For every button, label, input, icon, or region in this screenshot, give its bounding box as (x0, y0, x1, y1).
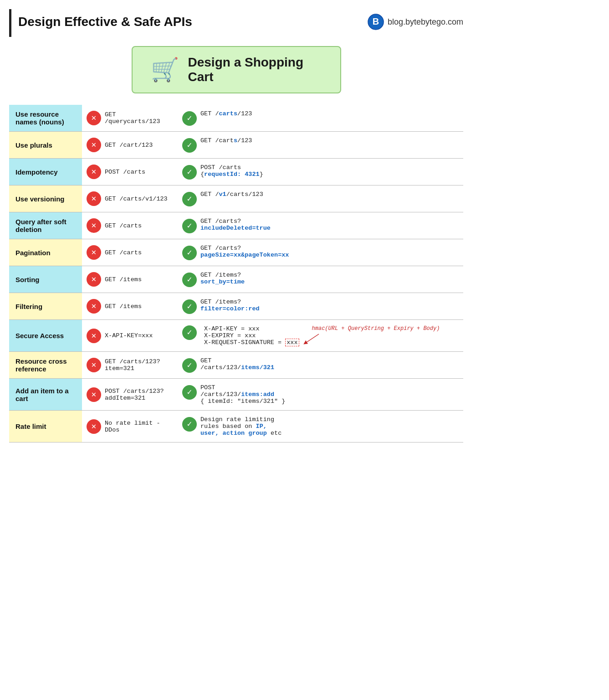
good-cell-query-soft-deletion: ✓GET /carts?includeDeleted=true (178, 212, 463, 239)
label-cell-use-versioning: Use versioning (9, 185, 82, 212)
cart-icon: 🛒 (151, 57, 179, 83)
good-text: GET /carts?pageSize=xx&pageToken=xx (200, 245, 289, 258)
bad-text: GET /items (105, 303, 142, 310)
bad-icon: ✕ (87, 329, 101, 343)
bad-cell-rate-limit: ✕No rate limit -DDos (82, 411, 178, 443)
bad-text: GET /querycarts/123 (105, 111, 173, 125)
bad-cell-filtering: ✕GET /items (82, 293, 178, 320)
label-cell-rate-limit: Rate limit (9, 411, 82, 443)
table-row: Pagination✕GET /carts✓GET /carts?pageSiz… (9, 239, 463, 266)
good-icon: ✓ (182, 273, 197, 287)
bad-cell-query-soft-deletion: ✕GET /carts (82, 212, 178, 239)
bad-icon: ✕ (87, 218, 101, 233)
good-cell-use-plurals: ✓GET /carts/123 (178, 132, 463, 159)
good-text: POST /carts{requestId: 4321} (200, 164, 263, 178)
good-cell-use-resource-names: ✓GET /carts/123 (178, 105, 463, 132)
bad-cell-use-versioning: ✕GET /carts/v1/123 (82, 185, 178, 212)
page-title: Design Effective & Safe APIs (18, 15, 192, 29)
bad-cell-resource-cross-reference: ✕GET /carts/123?item=321 (82, 352, 178, 379)
label-cell-filtering: Filtering (9, 293, 82, 320)
table-row: Sorting✕GET /items✓GET /items?sort_by=ti… (9, 266, 463, 293)
bad-icon: ✕ (87, 272, 101, 287)
good-text: GET /carts/123 (200, 110, 252, 117)
good-text: GET /carts/123 (200, 137, 252, 144)
good-cell-secure-access: ✓X-API-KEY = xxxX-EXPIRY = xxxX-REQUEST-… (178, 320, 463, 352)
good-icon: ✓ (182, 358, 197, 373)
api-table: Use resource names (nouns)✕GET /querycar… (9, 105, 463, 443)
table-row: Idempotency✕POST /carts✓POST /carts{requ… (9, 159, 463, 185)
table-row: Filtering✕GET /items✓GET /items?filter=c… (9, 293, 463, 320)
bad-cell-secure-access: ✕X-API-KEY=xxx (82, 320, 178, 352)
bad-text: No rate limit -DDos (105, 420, 160, 433)
bad-icon: ✕ (87, 191, 101, 206)
good-cell-sorting: ✓GET /items?sort_by=time (178, 266, 463, 293)
good-cell-idempotency: ✓POST /carts{requestId: 4321} (178, 159, 463, 185)
good-cell-add-item-to-cart: ✓POST/carts/123/items:add{ itemId: "item… (178, 379, 463, 411)
good-icon: ✓ (182, 165, 197, 180)
page-header: Design Effective & Safe APIs B blog.byte… (9, 9, 463, 37)
bad-text: GET /carts (105, 222, 142, 229)
bad-cell-idempotency: ✕POST /carts (82, 159, 178, 185)
good-icon: ✓ (182, 325, 197, 340)
bad-icon: ✕ (87, 387, 101, 402)
good-icon: ✓ (182, 385, 197, 400)
bad-text: X-API-KEY=xxx (105, 332, 153, 339)
good-text: X-API-KEY = xxxX-EXPIRY = xxxX-REQUEST-S… (204, 325, 299, 346)
bad-icon: ✕ (87, 111, 101, 125)
good-cell-rate-limit: ✓Design rate limitingrules based on IP,u… (178, 411, 463, 443)
good-text: GET /items?filter=color:red (200, 299, 260, 312)
bad-cell-use-plurals: ✕GET /cart/123 (82, 132, 178, 159)
logo-icon: B (368, 14, 384, 30)
arrow-icon (303, 332, 321, 345)
label-cell-secure-access: Secure Access (9, 320, 82, 352)
good-cell-filtering: ✓GET /items?filter=color:red (178, 293, 463, 320)
label-cell-query-soft-deletion: Query after soft deletion (9, 212, 82, 239)
bad-cell-pagination: ✕GET /carts (82, 239, 178, 266)
good-text: GET /items?sort_by=time (200, 272, 245, 285)
table-row: Rate limit✕No rate limit -DDos✓Design ra… (9, 411, 463, 443)
table-row: Use resource names (nouns)✕GET /querycar… (9, 105, 463, 132)
good-text: GET /v1/carts/123 (200, 191, 263, 198)
label-cell-resource-cross-reference: Resource cross reference (9, 352, 82, 379)
bad-icon: ✕ (87, 419, 101, 434)
good-text: GET/carts/123/items/321 (200, 357, 274, 371)
good-text: Design rate limitingrules based on IP,us… (200, 416, 281, 437)
good-cell-resource-cross-reference: ✓GET/carts/123/items/321 (178, 352, 463, 379)
bad-text: GET /items (105, 276, 142, 283)
good-icon: ✓ (182, 138, 197, 153)
label-cell-use-resource-names: Use resource names (nouns) (9, 105, 82, 132)
hero-title: Design a Shopping Cart (188, 55, 322, 84)
bad-cell-use-resource-names: ✕GET /querycarts/123 (82, 105, 178, 132)
bad-text: GET /cart/123 (105, 142, 153, 149)
logo-text: blog.bytebytego.com (388, 17, 463, 27)
label-cell-pagination: Pagination (9, 239, 82, 266)
hmac-annotation: hmac(URL + QueryString + Expiry + Body) (312, 325, 440, 332)
label-cell-use-plurals: Use plurals (9, 132, 82, 159)
bad-text: GET /carts/v1/123 (105, 196, 168, 202)
bad-cell-add-item-to-cart: ✕POST /carts/123?addItem=321 (82, 379, 178, 411)
table-row: Add an item to a cart✕POST /carts/123?ad… (9, 379, 463, 411)
good-icon: ✓ (182, 299, 197, 314)
table-row: Use plurals✕GET /cart/123✓GET /carts/123 (9, 132, 463, 159)
bad-text: GET /carts/123?item=321 (105, 358, 160, 372)
svg-text:B: B (373, 16, 379, 26)
table-row: Secure Access✕X-API-KEY=xxx✓X-API-KEY = … (9, 320, 463, 352)
label-cell-add-item-to-cart: Add an item to a cart (9, 379, 82, 411)
good-icon: ✓ (182, 246, 197, 260)
good-icon: ✓ (182, 417, 197, 432)
good-cell-pagination: ✓GET /carts?pageSize=xx&pageToken=xx (178, 239, 463, 266)
good-text: GET /carts?includeDeleted=true (200, 218, 271, 232)
bad-icon: ✕ (87, 245, 101, 260)
logo: B blog.bytebytego.com (368, 14, 463, 30)
good-icon: ✓ (182, 219, 197, 233)
table-row: Query after soft deletion✕GET /carts✓GET… (9, 212, 463, 239)
bad-cell-sorting: ✕GET /items (82, 266, 178, 293)
bad-icon: ✕ (87, 138, 101, 152)
label-cell-sorting: Sorting (9, 266, 82, 293)
table-row: Use versioning✕GET /carts/v1/123✓GET /v1… (9, 185, 463, 212)
good-text: POST/carts/123/items:add{ itemId: "items… (200, 384, 285, 405)
bad-text: POST /carts (105, 169, 145, 175)
bad-icon: ✕ (87, 299, 101, 314)
good-icon: ✓ (182, 111, 197, 126)
label-cell-idempotency: Idempotency (9, 159, 82, 185)
